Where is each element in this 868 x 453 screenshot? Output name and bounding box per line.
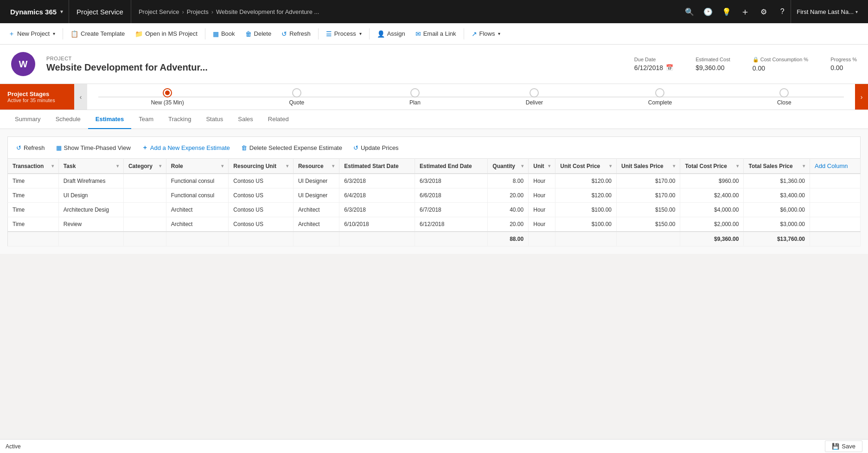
stage-quote[interactable]: Quote: [289, 88, 304, 106]
tab-status[interactable]: Status: [198, 110, 230, 129]
col-header-unit-cost-price[interactable]: Unit Cost Price ▾: [555, 159, 617, 174]
assign-label: Assign: [387, 30, 405, 37]
col-header-role[interactable]: Role ▾: [166, 159, 229, 174]
table-cell: $1,360.00: [744, 174, 810, 188]
tab-related[interactable]: Related: [261, 110, 296, 129]
stage-nav-right-button[interactable]: ›: [855, 84, 868, 110]
new-project-icon: ＋: [8, 30, 15, 38]
col-header-add-column[interactable]: Add Column: [810, 159, 861, 174]
col-label-unit-cost-price: Unit Cost Price: [560, 163, 600, 169]
stage-complete[interactable]: Complete: [648, 88, 672, 106]
table-cell: Hour: [529, 174, 555, 188]
col-label-task: Task: [64, 163, 76, 169]
table-cell: 20.00: [488, 217, 529, 232]
col-header-resource[interactable]: Resource ▾: [293, 159, 339, 174]
search-icon-btn[interactable]: 🔍: [681, 3, 698, 20]
process-button[interactable]: ☰ Process ▾: [321, 26, 366, 42]
question-icon-btn[interactable]: ?: [774, 3, 791, 20]
tab-team[interactable]: Team: [131, 110, 161, 129]
breadcrumb-sep-1: ›: [182, 8, 184, 15]
table-cell: Architect: [293, 203, 339, 217]
show-time-phased-button[interactable]: ▦ Show Time-Phased View: [51, 141, 135, 155]
table-row[interactable]: TimeUI DesignFunctional consulContoso US…: [8, 188, 861, 203]
new-project-button[interactable]: ＋ New Project ▾: [4, 26, 60, 42]
project-label: PROJECT: [46, 56, 623, 61]
progress-meta: Progress % 0.00: [830, 57, 857, 72]
col-header-task[interactable]: Task ▾: [58, 159, 123, 174]
flows-button[interactable]: ↗ Flows ▾: [467, 26, 505, 42]
total-add-col: [810, 232, 861, 246]
process-chevron: ▾: [359, 31, 362, 36]
table-cell: $170.00: [617, 188, 680, 203]
add-icon-btn[interactable]: ＋: [737, 3, 753, 20]
tab-estimates[interactable]: Estimates: [88, 110, 131, 129]
col-header-unit[interactable]: Unit ▾: [529, 159, 555, 174]
stage-nav-left-button[interactable]: ‹: [74, 84, 87, 110]
stage-plan[interactable]: Plan: [409, 88, 421, 106]
sort-icon-total-cost-price: ▾: [736, 163, 739, 168]
action-bar: ＋ New Project ▾ 📋 Create Template 📁 Open…: [0, 23, 868, 45]
col-header-unit-sales-price[interactable]: Unit Sales Price ▾: [617, 159, 680, 174]
delete-expense-estimate-button[interactable]: 🗑 Delete Selected Expense Estimate: [236, 141, 347, 155]
tab-summary[interactable]: Summary: [7, 110, 48, 129]
brand-chevron[interactable]: ▾: [60, 8, 63, 15]
table-row[interactable]: TimeReviewArchitectContoso USArchitect6/…: [8, 217, 861, 232]
open-ms-project-button[interactable]: 📁 Open in MS Project: [130, 26, 202, 42]
table-cell: Time: [8, 217, 59, 232]
brand-section[interactable]: Dynamics 365 ▾: [5, 0, 69, 23]
app-name[interactable]: Project Service: [69, 0, 131, 23]
table-cell: 8.00: [488, 174, 529, 188]
col-header-resourcing-unit[interactable]: Resourcing Unit ▾: [229, 159, 294, 174]
table-cell: 6/3/2018: [415, 174, 488, 188]
book-button[interactable]: ▦ Book: [208, 26, 240, 42]
breadcrumb-item-3[interactable]: Website Development for Adventure ...: [216, 8, 319, 15]
breadcrumb-item-2[interactable]: Projects: [187, 8, 209, 15]
breadcrumb-sep-2: ›: [211, 8, 213, 15]
table-cell: Contoso US: [229, 217, 294, 232]
add-column-label[interactable]: Add Column: [815, 162, 848, 169]
assign-button[interactable]: 👤 Assign: [372, 26, 410, 42]
table-cell: $150.00: [617, 217, 680, 232]
col-header-category[interactable]: Category ▾: [123, 159, 166, 174]
create-template-button[interactable]: 📋 Create Template: [66, 26, 129, 42]
action-separator-2: [205, 28, 205, 39]
table-row[interactable]: TimeArchitecture DesigArchitectContoso U…: [8, 203, 861, 217]
stage-new[interactable]: New (35 Min): [151, 88, 184, 106]
cost-consumption-label: 🔒 Cost Consumption %: [753, 57, 808, 63]
breadcrumb-item-1[interactable]: Project Service: [139, 8, 179, 15]
action-separator-1: [63, 28, 63, 39]
sub-refresh-button[interactable]: ↺ Refresh: [12, 141, 50, 155]
table-cell: Review: [58, 217, 123, 232]
table-row[interactable]: TimeDraft WireframesFunctional consulCon…: [8, 174, 861, 188]
action-separator-4: [369, 28, 370, 39]
refresh-button[interactable]: ↺ Refresh: [277, 26, 315, 42]
col-header-quantity[interactable]: Quantity ▾: [488, 159, 529, 174]
due-date-value: 6/12/2018: [634, 64, 663, 71]
col-header-transaction[interactable]: Transaction ▾: [8, 159, 59, 174]
help-icon-btn[interactable]: 💡: [718, 3, 735, 20]
update-prices-button[interactable]: ↺ Update Prices: [349, 141, 403, 155]
sort-icon-resource: ▾: [332, 163, 334, 168]
delete-button[interactable]: 🗑 Delete: [241, 26, 276, 42]
col-header-start-date[interactable]: Estimated Start Date: [339, 159, 415, 174]
user-profile[interactable]: First Name Last Na... ▾: [791, 0, 863, 23]
stage-close[interactable]: Close: [777, 88, 791, 106]
sort-icon-task: ▾: [116, 163, 119, 168]
col-header-end-date[interactable]: Estimated End Date: [415, 159, 488, 174]
table-cell: [810, 174, 861, 188]
calendar-icon[interactable]: 📅: [666, 64, 673, 71]
due-date-value-container: 6/12/2018 📅: [634, 64, 673, 71]
col-header-total-cost-price[interactable]: Total Cost Price ▾: [680, 159, 744, 174]
col-label-resourcing-unit: Resourcing Unit: [233, 163, 276, 169]
stage-deliver[interactable]: Deliver: [526, 88, 543, 106]
email-link-button[interactable]: ✉ Email a Link: [411, 26, 461, 42]
settings-icon-btn[interactable]: ⚙: [755, 3, 772, 20]
table-cell: 40.00: [488, 203, 529, 217]
tab-tracking[interactable]: Tracking: [161, 110, 198, 129]
col-header-total-sales-price[interactable]: Total Sales Price ▾: [744, 159, 810, 174]
add-expense-estimate-button[interactable]: ＋ Add a New Expense Estimate: [137, 141, 235, 155]
add-expense-label: Add a New Expense Estimate: [150, 144, 230, 151]
tab-sales[interactable]: Sales: [230, 110, 261, 129]
tab-schedule[interactable]: Schedule: [48, 110, 88, 129]
recent-icon-btn[interactable]: 🕑: [700, 3, 716, 20]
